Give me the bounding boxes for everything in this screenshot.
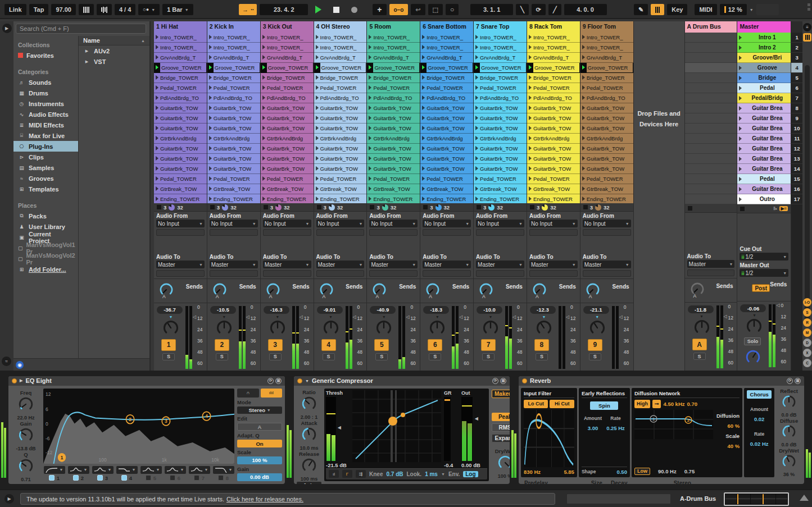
send-a-knob[interactable] xyxy=(319,282,334,298)
release-notes-link[interactable]: Click here for release notes. xyxy=(226,496,303,503)
clip-slot[interactable]: Intro_TOWER_ xyxy=(207,33,260,43)
scene-play-icon[interactable] xyxy=(739,157,742,161)
audio-to-select[interactable]: Master▼ xyxy=(583,261,631,268)
info-icon[interactable]: ◉ xyxy=(16,361,24,369)
clip-slot[interactable]: GuitarBrk_TOW xyxy=(420,124,473,134)
audio-from-select[interactable]: No Input▼ xyxy=(156,220,205,227)
clip-slot[interactable]: GuitarBrk_TOW xyxy=(420,103,473,113)
clip-play-icon[interactable] xyxy=(156,35,158,39)
clip-play-icon[interactable] xyxy=(316,95,319,100)
clip-play-icon[interactable] xyxy=(316,116,319,120)
clip-slot[interactable]: GuitarBrk_TOW xyxy=(474,113,527,124)
hot-swap-icon[interactable]: ⟳ xyxy=(787,378,793,384)
clip-slot[interactable]: Pedal_TOWER xyxy=(314,83,367,93)
clip-slot[interactable]: Bridge_TOWER xyxy=(261,73,314,83)
clip-play-icon[interactable] xyxy=(316,35,319,39)
clip-play-icon[interactable] xyxy=(422,146,425,150)
solo-button[interactable]: S xyxy=(216,353,228,360)
clip-slot[interactable]: GuitarBrk_TOW xyxy=(207,154,260,164)
clip-slot[interactable]: Ending_TOWER xyxy=(261,194,314,203)
mixer-section-toggle-m[interactable]: M xyxy=(803,328,811,337)
clip-play-icon[interactable] xyxy=(262,95,265,100)
clip-play-icon[interactable] xyxy=(209,156,212,161)
pan-knob[interactable] xyxy=(535,319,553,337)
track-header[interactable]: 1 Hi Hat xyxy=(154,21,207,33)
scene-number[interactable]: 4 xyxy=(791,63,802,73)
scene-number[interactable]: 12 xyxy=(791,144,802,154)
clip-slot[interactable]: GuitarBrk_TOW xyxy=(580,164,633,174)
comp-release-knob[interactable] xyxy=(301,457,317,474)
sidebar-item-audio-effects[interactable]: ∿Audio Effects xyxy=(13,109,78,120)
audio-from-select[interactable]: No Input▼ xyxy=(316,220,365,227)
scene-play-icon[interactable] xyxy=(739,66,742,70)
clip-play-icon[interactable] xyxy=(262,156,265,161)
audio-to-select[interactable]: Master▼ xyxy=(369,261,418,268)
clip-slot[interactable]: Intro_TOWER_ xyxy=(580,43,633,53)
eq-q-knob[interactable] xyxy=(17,458,34,474)
clip-play-icon[interactable] xyxy=(316,126,319,130)
clip-slot[interactable]: GuitarBrk_TOW xyxy=(261,124,314,134)
comp-expand-button[interactable]: Expand xyxy=(492,434,510,442)
volume-value[interactable]: -10.0 xyxy=(477,306,502,314)
empty-clip-slot[interactable] xyxy=(685,164,737,174)
scene-slot[interactable]: Outro xyxy=(737,194,791,204)
output-channel-box[interactable] xyxy=(263,270,311,277)
reverb-drywet-knob[interactable] xyxy=(781,454,797,469)
clip-slot[interactable]: GtrBreak_TOW xyxy=(527,184,580,194)
clip-slot[interactable]: Pedal_TOWER xyxy=(261,83,314,93)
scene-slot[interactable]: Guitar Brea xyxy=(737,113,791,124)
loop-length-field[interactable]: 4. 0. 0 xyxy=(564,4,607,15)
sidebar-item-templates[interactable]: ⊞Templates xyxy=(13,184,78,194)
scene-number[interactable]: 7 xyxy=(791,93,802,103)
audio-to-select[interactable]: Master▼ xyxy=(156,261,205,268)
clip-play-icon[interactable] xyxy=(422,75,425,80)
clip-slot[interactable]: GrvAndBrdg_T xyxy=(580,53,633,63)
clip-play-icon[interactable] xyxy=(369,176,371,181)
clip-slot[interactable]: PdlAndBrdg_TO xyxy=(154,93,207,103)
track-arm-number-button[interactable]: 2 xyxy=(215,339,229,351)
clip-play-icon[interactable] xyxy=(316,45,319,49)
eq-output-gain-slider[interactable]: 0.00 dB xyxy=(237,473,282,481)
clip-play-icon[interactable] xyxy=(529,136,532,140)
cpu-meter[interactable]: 12 % xyxy=(720,4,747,15)
pan-knob[interactable] xyxy=(693,318,711,336)
clip-play-icon[interactable] xyxy=(156,45,158,49)
clip-play-icon[interactable] xyxy=(422,65,425,70)
scene-play-icon[interactable] xyxy=(739,35,742,40)
clip-play-icon[interactable] xyxy=(209,65,212,70)
clip-stop-button[interactable] xyxy=(530,205,534,209)
eq-band-filter-type-select[interactable]: ▼ xyxy=(68,466,89,474)
clip-slot[interactable]: Intro_TOWER_ xyxy=(367,33,420,43)
pan-knob[interactable] xyxy=(428,319,446,337)
clip-play-icon[interactable] xyxy=(422,166,425,171)
clip-slot[interactable]: GtrBrkAndBrdg xyxy=(420,134,473,144)
device-title-bar[interactable]: ▶ EQ Eight ⟳▣ xyxy=(8,376,285,386)
time-signature-field[interactable]: 4 / 4 xyxy=(115,4,135,15)
clip-slot[interactable]: GuitarBrk_TOW xyxy=(154,144,207,154)
clip-play-icon[interactable] xyxy=(369,85,371,90)
reverb-filter-freq[interactable]: 830 Hz xyxy=(524,469,541,475)
comp-transfer-curve[interactable] xyxy=(352,390,441,462)
overview-menu-icon[interactable]: ≡ xyxy=(803,23,811,31)
clip-play-icon[interactable] xyxy=(209,55,212,60)
eq-band-filter-type-select[interactable]: ▼ xyxy=(213,466,234,474)
scene-slot[interactable]: Intro 1 xyxy=(737,33,791,43)
browser-name-header[interactable]: Name▲ xyxy=(79,36,149,45)
hot-swap-icon[interactable]: ⟳ xyxy=(492,378,498,384)
clip-play-icon[interactable] xyxy=(209,166,212,171)
play-button[interactable] xyxy=(311,4,326,15)
output-channel-box[interactable] xyxy=(316,270,365,277)
sidebar-place-0[interactable]: ⧉Packs xyxy=(13,211,78,221)
clip-slot[interactable]: Intro_TOWER_ xyxy=(154,33,207,43)
clip-slot[interactable]: Pedal_TOWER xyxy=(580,174,633,184)
clip-play-icon[interactable] xyxy=(369,186,371,191)
clip-slot[interactable]: GtrBreak_TOW xyxy=(314,184,367,194)
reverb-locut-button[interactable]: Lo Cut xyxy=(524,400,548,408)
clip-play-icon[interactable] xyxy=(475,186,478,191)
scene-play-icon[interactable] xyxy=(739,177,742,181)
clip-slot[interactable]: Bridge_TOWER xyxy=(580,73,633,83)
clip-play-icon[interactable] xyxy=(582,166,585,171)
clip-slot[interactable]: Intro_TOWER_ xyxy=(527,33,580,43)
comp-collapsed-view-icon[interactable]: ıl xyxy=(329,470,339,478)
clip-play-icon[interactable] xyxy=(582,136,585,140)
